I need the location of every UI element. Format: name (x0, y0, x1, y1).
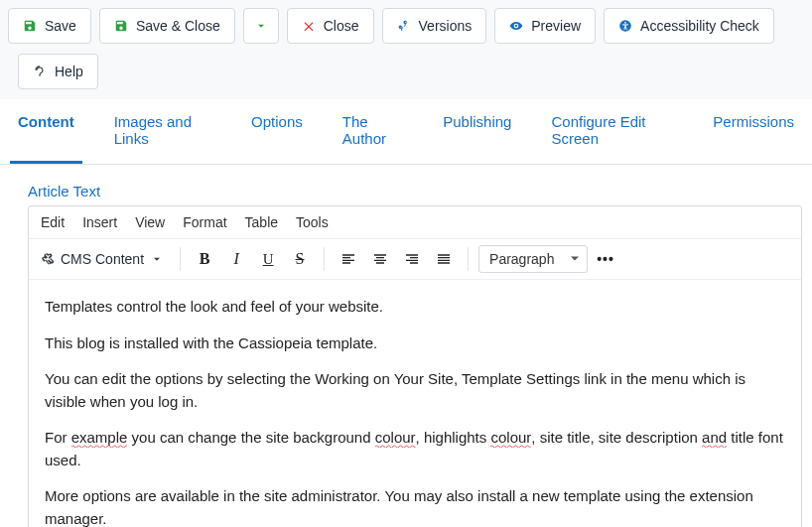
text: you can change the site background (127, 429, 374, 446)
tab-configure[interactable]: Configure Edit Screen (543, 99, 681, 164)
eye-icon (509, 19, 523, 33)
preview-label: Preview (531, 18, 581, 34)
align-left-button[interactable] (335, 245, 362, 273)
tab-options[interactable]: Options (243, 99, 311, 164)
tab-content[interactable]: Content (10, 99, 82, 164)
align-justify-button[interactable] (430, 245, 458, 273)
italic-button[interactable]: I (222, 245, 250, 273)
help-label: Help (55, 64, 83, 79)
save-close-label: Save & Close (136, 18, 220, 34)
more-button[interactable]: ••• (592, 245, 619, 273)
save-icon (114, 19, 128, 33)
toolbar-divider (180, 247, 181, 271)
menu-insert[interactable]: Insert (82, 214, 117, 230)
rich-text-editor: Edit Insert View Format Table Tools CMS … (28, 205, 802, 527)
save-icon (23, 19, 37, 33)
text: , highlights (416, 429, 491, 446)
chevron-down-icon (150, 252, 164, 266)
tab-author[interactable]: The Author (335, 99, 411, 164)
paragraph: Templates control the look and feel of y… (45, 296, 785, 319)
toolbar-divider (324, 247, 325, 271)
help-button[interactable]: Help (18, 54, 98, 89)
menu-edit[interactable]: Edit (41, 214, 65, 230)
versions-label: Versions (419, 18, 473, 34)
versions-button[interactable]: Versions (382, 8, 487, 44)
accessibility-label: Accessibility Check (640, 18, 759, 34)
action-toolbar-row2: Help (0, 54, 812, 99)
preview-button[interactable]: Preview (494, 8, 596, 44)
save-button[interactable]: Save (8, 8, 91, 44)
text: , site title, site description (531, 429, 702, 446)
article-text-label: Article Text (28, 183, 802, 199)
tab-permissions[interactable]: Permissions (705, 99, 802, 164)
accessibility-icon (618, 19, 632, 33)
editor-content-area[interactable]: Templates control the look and feel of y… (29, 280, 801, 527)
content-panel: Article Text Edit Insert View Format Tab… (0, 165, 812, 527)
bold-button[interactable]: B (191, 245, 218, 273)
save-dropdown-button[interactable] (243, 8, 279, 44)
align-center-button[interactable] (366, 245, 394, 273)
spellcheck-word: and (702, 429, 727, 446)
spellcheck-word: colour (490, 429, 531, 446)
accessibility-check-button[interactable]: Accessibility Check (604, 8, 774, 44)
chevron-down-icon (254, 19, 268, 33)
align-right-button[interactable] (398, 245, 426, 273)
tab-images-links[interactable]: Images and Links (106, 99, 219, 164)
underline-button[interactable]: U (254, 245, 282, 273)
paragraph: For example you can change the site back… (45, 427, 785, 471)
strikethrough-button[interactable]: S (286, 245, 314, 273)
editor-menubar: Edit Insert View Format Table Tools (29, 206, 801, 239)
tab-bar: Content Images and Links Options The Aut… (0, 99, 812, 165)
spellcheck-word: colour (375, 429, 416, 446)
branch-icon (397, 19, 411, 33)
text: For (45, 429, 71, 446)
toolbar-divider (468, 247, 469, 271)
paragraph: More options are available in the site a… (45, 485, 785, 527)
action-toolbar: Save Save & Close Close Versions Preview (0, 0, 812, 54)
cms-content-label: CMS Content (61, 251, 144, 267)
block-format-select[interactable]: Paragraph (478, 245, 588, 273)
cms-content-dropdown[interactable]: CMS Content (37, 245, 170, 273)
block-format-value: Paragraph (489, 251, 554, 267)
paragraph: You can edit the options by selecting th… (45, 368, 785, 413)
menu-format[interactable]: Format (183, 214, 226, 230)
joomla-icon (41, 252, 55, 266)
menu-view[interactable]: View (135, 214, 165, 230)
editor-toolbar: CMS Content B I U S (29, 239, 801, 280)
tab-publishing[interactable]: Publishing (435, 99, 519, 164)
menu-tools[interactable]: Tools (296, 214, 329, 230)
close-icon (302, 19, 316, 33)
save-close-button[interactable]: Save & Close (99, 8, 235, 44)
paragraph: This blog is installed with the Cassiope… (45, 332, 785, 355)
menu-table[interactable]: Table (245, 214, 278, 230)
close-button[interactable]: Close (287, 8, 374, 44)
save-label: Save (45, 18, 76, 34)
close-label: Close (324, 18, 359, 34)
question-icon (33, 65, 47, 78)
spellcheck-word: example (71, 429, 128, 446)
